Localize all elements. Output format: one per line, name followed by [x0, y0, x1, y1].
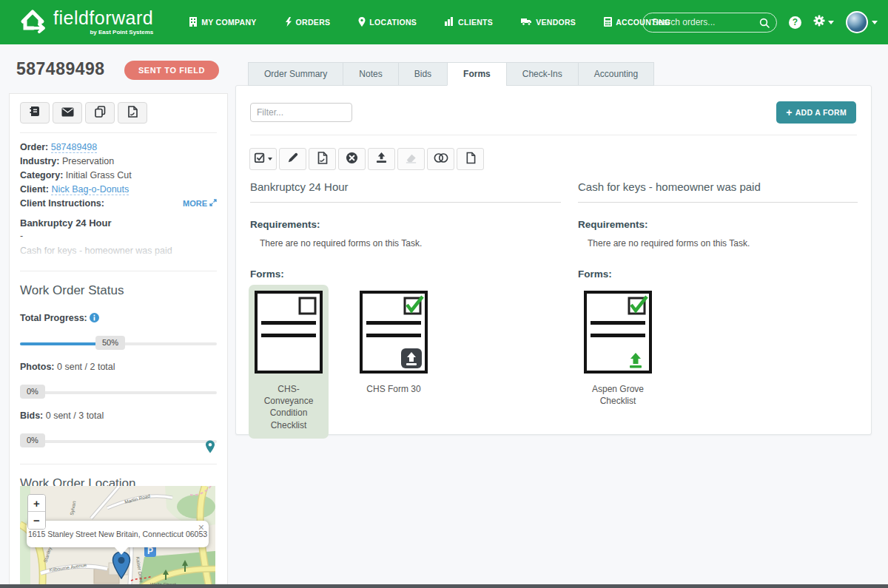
user-menu[interactable]: [846, 11, 878, 33]
tab-bids[interactable]: Bids: [398, 62, 447, 86]
forms-label: Forms:: [578, 268, 858, 280]
client-instructions-label: Client Instructions:: [20, 197, 104, 211]
requirements-label: Requirements:: [578, 219, 858, 230]
upload-form-button[interactable]: [368, 148, 395, 170]
chevron-down-icon: [828, 21, 834, 24]
nav-label: VENDORS: [536, 18, 576, 27]
help-icon[interactable]: ?: [789, 16, 801, 29]
forms-card-row: CHS- Conveyance Condition Checklist: [250, 291, 561, 439]
file-icon: [465, 152, 476, 167]
chevron-down-icon: [268, 158, 272, 160]
divider: [20, 464, 217, 464]
nav-item-orders[interactable]: ORDERS: [285, 17, 331, 28]
location-map[interactable]: P Stanley Street Kilbourne Avenue Kaiser…: [20, 486, 215, 588]
bids-progress-bar: 0%: [20, 436, 217, 447]
popup-pointer: [115, 547, 128, 555]
brand-subtitle: by East Point Systems: [90, 29, 153, 36]
book-icon: [29, 106, 41, 120]
form-document-icon-checked-upload: [360, 291, 428, 376]
filter-input[interactable]: [250, 103, 352, 122]
client-link[interactable]: Nick Bag-o-Donuts: [51, 184, 129, 195]
check-square-icon: [254, 152, 266, 166]
upload-icon: [375, 152, 388, 166]
select-forms-dropdown-button[interactable]: [249, 148, 277, 170]
tab-forms[interactable]: Forms: [447, 62, 506, 86]
search-orders-box: [642, 13, 777, 33]
nav-item-clients[interactable]: CLIENTS: [445, 17, 493, 27]
navbar-right: ?: [642, 0, 878, 44]
order-number-link[interactable]: 587489498: [51, 142, 98, 153]
remove-form-button[interactable]: [338, 148, 366, 170]
divider: [20, 271, 217, 271]
bids-value: 0 sent / 3 total: [46, 410, 104, 421]
requirements-text: There are no required forms on this Task…: [588, 238, 858, 249]
info-icon[interactable]: [90, 313, 99, 323]
gear-icon: [813, 15, 825, 30]
popup-close-icon[interactable]: ×: [198, 514, 204, 541]
nav-label: ORDERS: [296, 18, 331, 27]
blank-file-button[interactable]: [457, 148, 484, 170]
industry-value: Preservation: [62, 156, 114, 166]
copy-button[interactable]: [85, 102, 115, 124]
chart-icon: [445, 17, 454, 27]
photos-progress-value: 0%: [20, 385, 45, 399]
app-logo[interactable]: fieldforward by East Point Systems: [18, 7, 153, 38]
more-link[interactable]: MORE: [183, 197, 217, 211]
form-card-chs-conveyance[interactable]: CHS- Conveyance Condition Checklist: [249, 285, 329, 439]
notes-book-button[interactable]: [20, 102, 50, 124]
bolt-icon: [285, 17, 292, 28]
tab-order-summary[interactable]: Order Summary: [248, 62, 343, 86]
tab-notes[interactable]: Notes: [343, 62, 397, 86]
category-value: Initial Grass Cut: [66, 170, 132, 180]
map-marker[interactable]: [112, 551, 131, 582]
status-badge: SENT TO FIELD: [124, 61, 219, 80]
x-circle-icon: [346, 152, 358, 167]
expand-icon: [209, 197, 217, 211]
progress-track: [20, 391, 217, 394]
total-progress-label: Total Progress:: [20, 313, 87, 323]
pdf-button[interactable]: [118, 102, 147, 124]
category-field-label: Category:: [20, 170, 63, 180]
zoom-out-button[interactable]: −: [28, 512, 45, 529]
nav-item-my-company[interactable]: MY COMPANY: [189, 17, 256, 28]
form-name: CHS Form 30: [366, 383, 420, 395]
forms-label: Forms:: [250, 268, 561, 280]
forms-panel: + ADD A FORM Bankruptcy 24 Hour Requirem…: [235, 85, 872, 435]
tab-check-ins[interactable]: Check-Ins: [506, 62, 578, 86]
nav-item-locations[interactable]: LOCATIONS: [358, 17, 417, 28]
form-card-chs-form-30[interactable]: CHS Form 30: [354, 291, 434, 395]
avatar: [846, 11, 868, 33]
add-form-button[interactable]: + ADD A FORM: [776, 101, 856, 124]
search-input[interactable]: [643, 13, 776, 32]
form-pdf-button[interactable]: [309, 148, 336, 170]
requirements-text: There are no required forms on this Task…: [260, 238, 561, 249]
brand-name: fieldforward: [53, 9, 153, 27]
map-zoom-controls: + −: [27, 494, 46, 530]
divider: [20, 132, 217, 133]
tab-accounting[interactable]: Accounting: [578, 62, 654, 86]
task-title: Bankruptcy 24 Hour: [250, 180, 561, 203]
instruction-line-faded: Cash for keys - homeowner was paid: [20, 243, 217, 262]
total-progress-bar: 50%: [20, 338, 217, 350]
zoom-in-button[interactable]: +: [28, 495, 45, 512]
photos-progress-bar: 0%: [20, 387, 217, 399]
email-button[interactable]: [53, 102, 82, 124]
bids-progress-value: 0%: [20, 433, 45, 447]
order-action-buttons: [20, 102, 217, 124]
order-details: Order: 587489498 Industry: Preservation …: [20, 141, 217, 262]
location-pin-icon[interactable]: [205, 440, 215, 456]
form-card-aspen-grove[interactable]: Aspen Grove Checklist: [578, 291, 658, 407]
bids-label: Bids:: [20, 410, 43, 421]
order-sidebar: Order: 587489498 Industry: Preservation …: [9, 93, 228, 588]
order-tabs: Order Summary Notes Bids Forms Check-Ins…: [248, 62, 654, 86]
settings-menu[interactable]: [813, 15, 834, 30]
merge-forms-button[interactable]: [427, 148, 454, 170]
main-menu: MY COMPANY ORDERS LOCATIONS CLIENTS VEND…: [189, 17, 670, 28]
nav-item-vendors[interactable]: VENDORS: [521, 17, 576, 27]
calculator-icon: [604, 17, 612, 28]
map-marker-icon: [358, 17, 366, 28]
envelope-icon: [61, 107, 74, 120]
search-icon[interactable]: [759, 18, 770, 31]
edit-form-button[interactable]: [279, 148, 306, 170]
chevron-down-icon: [872, 21, 878, 24]
